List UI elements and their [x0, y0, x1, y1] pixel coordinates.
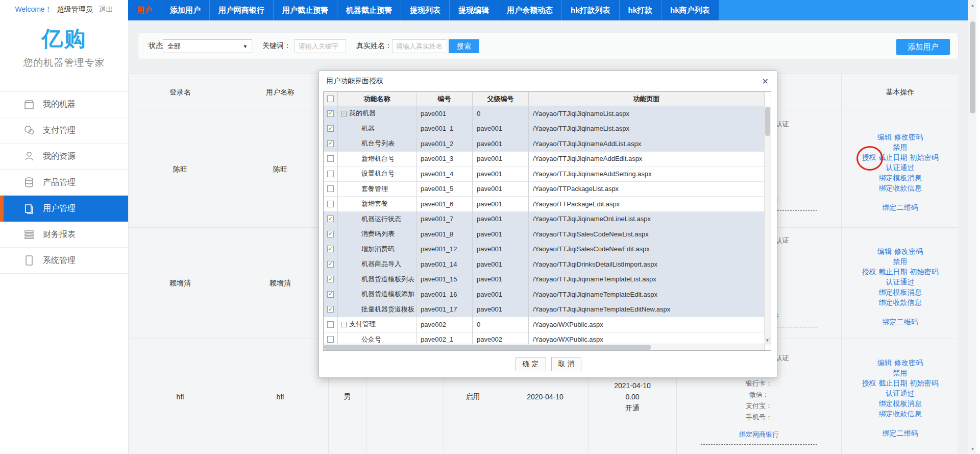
- row-checkbox[interactable]: [327, 216, 334, 222]
- authorize-link[interactable]: 授权: [862, 378, 876, 388]
- select-all-checkbox[interactable]: [327, 95, 334, 102]
- row-checkbox[interactable]: [327, 321, 334, 328]
- tab-hk-merchant-list[interactable]: hk商户列表: [662, 0, 719, 20]
- row-checkbox[interactable]: [327, 140, 334, 147]
- tab-hk-pay[interactable]: hk打款: [620, 0, 662, 20]
- scrollbar-thumb[interactable]: [970, 21, 975, 113]
- modal-table-row[interactable]: 批量机器货道模板 pave001_17 pave001 /Yaoyao/TTJi…: [324, 302, 765, 318]
- modal-table-row[interactable]: 机器货道模板添加 pave001_16 pave001 /Yaoyao/TTJi…: [324, 287, 765, 302]
- tab-user-expire-warn[interactable]: 用户截止预警: [274, 0, 337, 20]
- row-checkbox[interactable]: [327, 201, 334, 207]
- cert-pass-link[interactable]: 认证通过: [886, 162, 915, 173]
- logout-link[interactable]: 退出: [99, 5, 113, 13]
- edit-link[interactable]: 编辑: [877, 132, 892, 142]
- modal-table-row[interactable]: 新增机台号 pave001_3 pave001 /Yaoyao/TTJiqiJi…: [324, 152, 765, 167]
- scroll-up-icon[interactable]: ▲: [968, 1, 977, 9]
- modal-table-row[interactable]: 机器运行状态 pave001_7 pave001 /Yaoyao/TTJiqiJ…: [324, 212, 765, 227]
- deadline-link[interactable]: 截止日期: [879, 378, 908, 388]
- row-checkbox[interactable]: [327, 276, 334, 282]
- close-icon[interactable]: ✕: [762, 77, 769, 86]
- row-checkbox[interactable]: [327, 125, 334, 132]
- tab-user-bank[interactable]: 用户网商银行: [210, 0, 274, 20]
- scrollbar-thumb[interactable]: [765, 107, 770, 136]
- edit-link[interactable]: 编辑: [877, 357, 892, 368]
- sidebar-item-resources[interactable]: 我的资源: [0, 144, 128, 170]
- change-password-link[interactable]: 修改密码: [894, 246, 923, 256]
- bind-payee-link[interactable]: 绑定收款信息: [879, 409, 922, 419]
- modal-table-row[interactable]: 增加消费码 pave001_12 pave001 /Yaoyao/TTJiqiS…: [324, 242, 765, 257]
- bind-template-link[interactable]: 绑定模板消息: [879, 287, 922, 297]
- row-checkbox[interactable]: [327, 155, 334, 162]
- modal-table-row[interactable]: 机台号列表 pave001_2 pave001 /Yaoyao/TTJiqiJi…: [324, 136, 765, 152]
- disable-link[interactable]: 禁用: [893, 256, 908, 267]
- disable-link[interactable]: 禁用: [893, 368, 908, 378]
- row-checkbox[interactable]: [327, 231, 334, 237]
- bind-qrcode-link[interactable]: 绑定二维码: [883, 202, 918, 212]
- tab-hk-pay-list[interactable]: hk打款列表: [562, 0, 620, 20]
- row-checkbox[interactable]: [327, 185, 334, 192]
- sidebar-item-finance[interactable]: 财务报表: [0, 222, 128, 248]
- sidebar-item-users[interactable]: 用户管理: [0, 196, 128, 222]
- keyword-input[interactable]: [295, 39, 346, 53]
- bind-template-link[interactable]: 绑定模板消息: [879, 398, 922, 409]
- bind-payee-link[interactable]: 绑定收款信息: [879, 183, 922, 193]
- modal-vertical-scrollbar[interactable]: [764, 106, 771, 345]
- tab-users[interactable]: 用户: [128, 0, 161, 20]
- row-checkbox[interactable]: [327, 110, 334, 117]
- tab-add-user[interactable]: 添加用户: [161, 0, 210, 20]
- authorize-link-circled[interactable]: 授权: [862, 152, 876, 162]
- add-user-button[interactable]: 添加用户: [896, 39, 950, 55]
- row-checkbox[interactable]: [327, 246, 334, 252]
- tab-withdraw-list[interactable]: 提现列表: [401, 0, 450, 20]
- row-checkbox[interactable]: [327, 261, 334, 268]
- bind-bank-link[interactable]: 绑定网商银行: [739, 429, 779, 440]
- search-button[interactable]: 搜索: [449, 39, 479, 53]
- init-password-link[interactable]: 初始密码: [910, 152, 939, 162]
- modal-table-row[interactable]: 机器货道模板列表 pave001_15 pave001 /Yaoyao/TTJi…: [324, 272, 765, 288]
- init-password-link[interactable]: 初始密码: [910, 378, 939, 388]
- collapse-icon[interactable]: [341, 322, 347, 327]
- modal-table-row[interactable]: 机器 pave001_1 pave001 /Yaoyao/TTJiqiJiqin…: [324, 122, 765, 137]
- scroll-down-icon[interactable]: ▼: [968, 445, 977, 453]
- status-select[interactable]: 全部 ▼: [163, 39, 252, 53]
- row-checkbox[interactable]: [327, 171, 334, 177]
- confirm-button[interactable]: 确 定: [516, 357, 546, 371]
- bind-payee-link[interactable]: 绑定收款信息: [879, 297, 922, 307]
- page-scrollbar[interactable]: ▲ ▼: [968, 0, 976, 454]
- modal-table-row[interactable]: 我的机器 pave001 0 /Yaoyao/TTJiqiJiqinameLis…: [324, 106, 765, 122]
- scrollbar-thumb[interactable]: [324, 345, 651, 350]
- row-checkbox[interactable]: [327, 291, 334, 298]
- cert-pass-link[interactable]: 认证通过: [886, 277, 915, 287]
- collapse-icon[interactable]: [341, 111, 347, 116]
- sidebar-item-system[interactable]: 系统管理: [0, 248, 128, 274]
- modal-table-row[interactable]: 设置机台号 pave001_4 pave001 /Yaoyao/TTJiqiJi…: [324, 166, 765, 182]
- realname-input[interactable]: [392, 39, 447, 53]
- bind-qrcode-link[interactable]: 绑定二维码: [883, 428, 918, 438]
- bind-template-link[interactable]: 绑定模板消息: [879, 173, 922, 183]
- modal-table-row[interactable]: 机器商品导入 pave001_14 pave001 /Yaoyao/TTJiqi…: [324, 257, 765, 272]
- edit-link[interactable]: 编辑: [877, 246, 892, 256]
- modal-table-row[interactable]: 支付管理 pave002 0 /Yaoyao/WXPublic.aspx: [324, 317, 765, 332]
- tab-balance-activity[interactable]: 用户余额动态: [498, 0, 562, 20]
- deadline-link[interactable]: 截止日期: [879, 267, 908, 277]
- tab-withdraw-edit[interactable]: 提现编辑: [450, 0, 498, 20]
- modal-table-row[interactable]: 消费码列表 pave001_8 pave001 /Yaoyao/TTJiqiSa…: [324, 227, 765, 242]
- deadline-link[interactable]: 截止日期: [879, 152, 908, 162]
- modal-horizontal-scrollbar[interactable]: [324, 344, 764, 350]
- scroll-down-icon[interactable]: ▼: [764, 337, 771, 344]
- sidebar-item-payment[interactable]: 支付管理: [0, 117, 128, 144]
- authorize-link[interactable]: 授权: [862, 267, 876, 277]
- disable-link[interactable]: 禁用: [893, 142, 908, 152]
- cert-pass-link[interactable]: 认证通过: [886, 388, 915, 398]
- row-checkbox[interactable]: [327, 336, 334, 343]
- modal-table-row[interactable]: 套餐管理 pave001_5 pave001 /Yaoyao/TTPackage…: [324, 182, 765, 197]
- change-password-link[interactable]: 修改密码: [894, 357, 923, 368]
- sidebar-item-my-machines[interactable]: 我的机器: [0, 91, 128, 117]
- row-checkbox[interactable]: [327, 306, 334, 313]
- modal-table-row[interactable]: 新增套餐 pave001_6 pave001 /Yaoyao/TTPackage…: [324, 197, 765, 212]
- tab-machine-expire-warn[interactable]: 机器截止预警: [337, 0, 401, 20]
- sidebar-item-products[interactable]: 产品管理: [0, 170, 128, 196]
- init-password-link[interactable]: 初始密码: [910, 267, 939, 277]
- cancel-button[interactable]: 取 消: [551, 357, 582, 371]
- change-password-link[interactable]: 修改密码: [894, 132, 923, 142]
